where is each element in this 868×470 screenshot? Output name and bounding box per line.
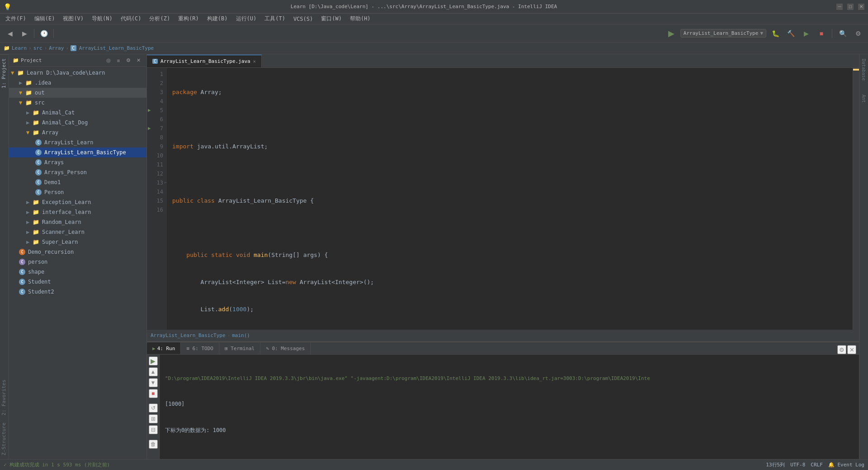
tree-arrays[interactable]: C Arrays	[9, 157, 146, 167]
tab-run[interactable]: ▶ 4: Run	[147, 342, 181, 354]
recent-files-button[interactable]: 🕐	[38, 27, 50, 40]
tab-close-icon[interactable]: ✕	[253, 59, 256, 64]
run-again-button[interactable]: ▶	[149, 356, 158, 366]
run-button[interactable]: ▶	[800, 27, 812, 40]
tab-structure[interactable]: Z-Structure	[0, 419, 9, 459]
tree-out[interactable]: ▼ 📁 out	[9, 88, 146, 98]
project-settings-button[interactable]: ⚙	[124, 56, 133, 65]
stop-button[interactable]: ■	[815, 27, 828, 40]
run-panel-close[interactable]: ✕	[847, 345, 856, 354]
run-rerun-button[interactable]: ↺	[149, 404, 158, 413]
tree-exception-learn[interactable]: ▶ 📁 Exception_Learn	[9, 197, 146, 207]
tree-root[interactable]: ▼ 📁 Learn D:\Java_code\Learn	[9, 68, 146, 78]
tree-student[interactable]: C Student	[9, 277, 146, 287]
forward-button[interactable]: ▶	[18, 27, 31, 40]
run-spacer	[165, 452, 854, 459]
menu-vcs[interactable]: VCS(S)	[290, 15, 316, 23]
tree-animal-cat[interactable]: ▶ 📁 Animal_Cat	[9, 108, 146, 118]
run-fold-button[interactable]: ⊟	[149, 425, 158, 434]
line-4: 4	[147, 97, 167, 106]
editor-tabs: C ArrayList_Learn_BasicType.java ✕	[147, 54, 859, 68]
breadcrumb-sep-3: ›	[66, 45, 69, 51]
breadcrumb-array[interactable]: Array	[49, 45, 64, 51]
settings-button[interactable]: ⚙	[852, 27, 864, 40]
menu-run[interactable]: 运行(U)	[232, 14, 260, 24]
run-down-button[interactable]: ▼	[149, 378, 158, 387]
randomlearn-label: Random_Learn	[42, 219, 81, 225]
tree-scanner-learn[interactable]: ▶ 📁 Scanner_Learn	[9, 227, 146, 237]
breadcrumb-learn[interactable]: Learn	[12, 45, 27, 51]
tab-todo[interactable]: ≡ 6: TODO	[181, 342, 219, 354]
editor-scrollbar[interactable]	[853, 68, 859, 330]
tree-animal-cat-dog[interactable]: ▶ 📁 Animal_Cat_Dog	[9, 118, 146, 128]
tab-ant[interactable]: Ant	[860, 85, 868, 112]
tree-shape[interactable]: C shape	[9, 267, 146, 277]
project-expand-button[interactable]: ≡	[114, 56, 123, 65]
search-everywhere-button[interactable]: 🔍	[836, 27, 849, 40]
run-filter-button[interactable]: ⊞	[149, 414, 158, 423]
event-log[interactable]: 🔔 Event Log	[828, 462, 864, 468]
editor-tab-main[interactable]: C ArrayList_Learn_BasicType.java ✕	[147, 55, 262, 67]
tree-random-learn[interactable]: ▶ 📁 Random_Learn	[9, 217, 146, 227]
tab-project[interactable]: 1: Project	[0, 54, 9, 92]
tree-person[interactable]: C Person	[9, 187, 146, 197]
code-content[interactable]: package Array; import java.util.ArrayLis…	[167, 68, 853, 330]
project-close-button[interactable]: ✕	[134, 56, 143, 65]
menu-view[interactable]: 视图(V)	[59, 14, 87, 24]
menu-navigate[interactable]: 导航(N)	[88, 14, 116, 24]
tree-person2[interactable]: C person	[9, 257, 146, 267]
menu-build[interactable]: 构建(B)	[203, 14, 231, 24]
run-up-button[interactable]: ▲	[149, 367, 158, 376]
project-locate-button[interactable]: ◎	[104, 56, 113, 65]
tree-demo1[interactable]: C Demo1	[9, 177, 146, 187]
tree-arraylist-learn[interactable]: C ArrayList_Learn	[9, 138, 146, 147]
run-config-run-button[interactable]: ▶	[665, 27, 678, 40]
run-config-selector[interactable]: ArrayList_Learn_BasicType ▼	[680, 29, 766, 38]
src-arrow: ▼	[19, 100, 24, 106]
run-gutter-7[interactable]: ▶	[148, 124, 151, 133]
maximize-button[interactable]: □	[847, 4, 854, 10]
tree-arraylist-learn-basictype[interactable]: C ArrayList_Learn_BasicType	[9, 147, 146, 157]
tab-filename: ArrayList_Learn_BasicType.java	[160, 58, 250, 64]
menu-code[interactable]: 代码(C)	[117, 14, 145, 24]
run-gutter-5[interactable]: ▶	[148, 106, 151, 115]
breadcrumb-src[interactable]: src	[33, 45, 42, 51]
close-button[interactable]: ✕	[858, 4, 864, 10]
student2-label: Student2	[28, 289, 54, 295]
debug-button[interactable]: 🐛	[769, 27, 782, 40]
run-panel-settings[interactable]: ⚙	[837, 345, 846, 354]
status-bar: ✓ 构建成功完成 in 1 s 593 ms (片刻之前) 13行5列 UTF-…	[0, 459, 868, 470]
tree-array[interactable]: ▼ 📁 Array	[9, 128, 146, 138]
tree-interface-learn[interactable]: ▶ 📁 interface_learn	[9, 207, 146, 217]
nav-class[interactable]: ArrayList_Learn_BasicType	[151, 332, 226, 338]
fold-icon-13: ⌐	[165, 178, 167, 187]
superlearn-icon: 📁	[33, 239, 39, 245]
breadcrumb-classname[interactable]: ArrayList_Learn_BasicType	[79, 45, 154, 51]
tab-messages[interactable]: ✎ 0: Messages	[260, 342, 311, 354]
tree-arrays-person[interactable]: C Arrays_Person	[9, 167, 146, 177]
tree-student2[interactable]: C Student2	[9, 287, 146, 297]
back-button[interactable]: ◀	[4, 27, 16, 40]
tree-demo-recursion[interactable]: C Demo_recursion	[9, 247, 146, 257]
run-trash-button[interactable]: 🗑	[149, 440, 158, 449]
menu-window[interactable]: 窗口(W)	[317, 14, 345, 24]
tab-database[interactable]: Database	[860, 56, 868, 83]
tree-idea[interactable]: ▶ 📁 .idea	[9, 78, 146, 88]
menu-analyze[interactable]: 分析(Z)	[146, 14, 174, 24]
build-button[interactable]: 🔨	[784, 27, 797, 40]
menu-file[interactable]: 文件(F)	[2, 14, 30, 24]
nav-method[interactable]: main()	[232, 332, 250, 338]
tree-src[interactable]: ▼ 📁 src	[9, 98, 146, 108]
tree-super-learn[interactable]: ▶ 📁 Super_Learn	[9, 237, 146, 247]
arrays-icon: C	[35, 159, 42, 166]
menu-edit[interactable]: 编辑(E)	[31, 14, 59, 24]
left-sidebar-tabs: 1: Project 2: Favorites Z-Structure	[0, 54, 9, 459]
menu-refactor[interactable]: 重构(R)	[175, 14, 203, 24]
minimize-button[interactable]: ─	[836, 4, 843, 10]
menu-help[interactable]: 帮助(H)	[346, 14, 374, 24]
tab-favorites[interactable]: 2: Favorites	[0, 376, 9, 419]
run-stop-button[interactable]: ■	[149, 389, 158, 398]
bottom-tabs: ▶ 4: Run ≡ 6: TODO ⊞ Terminal ✎ 0: Messa…	[147, 342, 859, 355]
tab-terminal[interactable]: ⊞ Terminal	[219, 342, 260, 354]
menu-tools[interactable]: 工具(T)	[261, 14, 289, 24]
